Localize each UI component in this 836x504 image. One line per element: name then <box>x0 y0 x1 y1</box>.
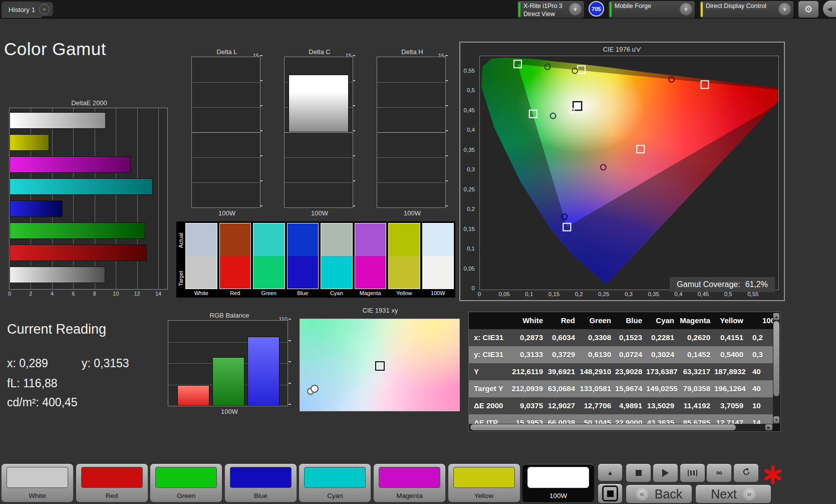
grid-line <box>285 132 353 133</box>
pattern-button-label: Blue <box>225 492 297 499</box>
stop-button[interactable] <box>626 463 651 482</box>
table-header-cell: Red <box>547 312 579 329</box>
grid-line <box>95 108 95 289</box>
grid-line <box>285 182 353 183</box>
table-header-cell: White <box>511 312 547 329</box>
table-cell: 63,0684 <box>547 380 579 397</box>
next-button-label: Next <box>711 487 736 501</box>
delta-bar <box>289 75 349 132</box>
scroll-up-icon[interactable]: ▲ <box>773 313 779 320</box>
pattern-button-cyan[interactable]: Cyan <box>299 463 371 502</box>
y-tick-label: 0,05 <box>464 266 475 272</box>
swatch-column-blue: Blue <box>287 223 319 298</box>
table-row: ΔE 20009,037512,902712,77064,989113,5029… <box>469 397 773 414</box>
y-tick-label: 0,4 <box>467 127 475 133</box>
meter-dropdown[interactable]: X-Rite i1Pro 3 Direct View ▼ <box>517 1 585 19</box>
y-tick-label: 0,55 <box>464 68 475 74</box>
swatch-label: Red <box>219 289 251 298</box>
actual-swatch <box>355 223 386 256</box>
settings-button[interactable]: ⚙ <box>798 1 819 18</box>
table-cell: 9,0375 <box>511 397 547 414</box>
table-cell: 23,9028 <box>615 363 646 380</box>
delta-l-x-label: 100W <box>191 209 262 217</box>
table-cell: 0,3024 <box>646 346 678 363</box>
x-tick-label: 0 <box>8 291 11 297</box>
pattern-swatch <box>379 467 440 488</box>
deltae-bar-magenta <box>10 156 131 173</box>
table-vertical-scrollbar[interactable]: ▲ ▼ <box>773 313 780 424</box>
next-button[interactable]: Next » <box>695 484 771 503</box>
table-cell: 0,2281 <box>646 329 678 346</box>
deltae2000-x-axis: 02468101214 <box>9 290 169 298</box>
table-cell: 15,9674 <box>615 380 646 397</box>
grid-line <box>52 108 53 289</box>
rgb-balance-title: RGB Balance <box>148 312 291 320</box>
pattern-button-yellow[interactable]: Yellow <box>448 463 520 502</box>
chevron-down-icon[interactable]: ▼ <box>569 3 582 16</box>
grid-line <box>158 108 159 289</box>
swatch-pair <box>355 223 387 289</box>
grid-line <box>73 108 74 289</box>
collapse-panel-button[interactable]: ◀ <box>823 1 836 17</box>
infinity-icon: ∞ <box>716 468 722 478</box>
pattern-button-red[interactable]: Red <box>76 463 148 502</box>
scroll-right-icon[interactable]: ▶ <box>765 424 772 430</box>
pattern-button-100w[interactable]: 100W <box>522 463 595 502</box>
play-icon <box>662 469 669 477</box>
deltae-bar-cyan <box>10 178 153 195</box>
table-cell: 79,0358 <box>678 380 714 397</box>
pattern-up-button[interactable]: ▲ <box>598 463 623 481</box>
y-tick-label: 0 <box>472 285 475 291</box>
display-control-dropdown[interactable]: Direct Display Control ▼ <box>699 1 794 19</box>
table-row: Target Y212,093963,0684133,058115,967414… <box>469 380 773 397</box>
scroll-down-icon[interactable]: ▼ <box>773 416 779 423</box>
pattern-button-white[interactable]: White <box>1 463 74 502</box>
pattern-button-blue[interactable]: Blue <box>224 463 297 502</box>
horizontal-scroll-thumb[interactable] <box>470 424 736 430</box>
pattern-button-label: White <box>2 492 73 499</box>
table-cell: 12,7147 <box>714 414 747 424</box>
pattern-window-button[interactable] <box>598 483 623 503</box>
pattern-swatch <box>81 467 143 488</box>
current-reading-y: y: 0,3153 <box>82 357 129 370</box>
table-cell: 10 <box>747 397 773 414</box>
rgb-balance-chart: RGB Balance 1101051009590 100W <box>148 312 291 415</box>
swatch-pair <box>321 223 353 289</box>
swatch-label: 100W <box>422 289 454 298</box>
cie1931-panel: CIE 1931 xy <box>300 307 461 413</box>
display-dropdown-label: Direct Display Control <box>703 1 769 18</box>
infinity-button[interactable]: ∞ <box>706 463 732 482</box>
x-tick-label: 0,25 <box>598 291 609 297</box>
add-tab-button[interactable]: + <box>35 2 53 16</box>
play-button[interactable] <box>653 463 678 482</box>
refresh-icon <box>742 467 751 478</box>
table-row-label: ΔE 2000 <box>469 397 511 414</box>
y-tick-label: 0,25 <box>464 186 475 192</box>
chevron-down-icon[interactable]: ▼ <box>680 3 692 16</box>
white-point-square-marker <box>375 361 385 371</box>
cie1976-plot <box>479 56 779 290</box>
chevron-left-icon: « <box>636 487 649 500</box>
refresh-button[interactable] <box>733 463 759 482</box>
table-cell: 0,2620 <box>678 329 714 346</box>
pattern-button-magenta[interactable]: Magenta <box>373 463 446 502</box>
chevron-down-icon[interactable]: ▼ <box>778 3 791 16</box>
table-cell: 50,1045 <box>579 414 615 424</box>
table-header-cell: Cyan <box>646 312 678 329</box>
table-horizontal-scrollbar[interactable]: ▶ <box>469 424 773 431</box>
deltae-bar-green <box>10 222 145 239</box>
deltae-bar-yellow <box>10 134 49 151</box>
back-button[interactable]: « Back <box>626 484 692 503</box>
vertical-scroll-thumb[interactable] <box>773 321 779 396</box>
deltae-bar-blue <box>10 200 63 217</box>
pause-button[interactable] <box>680 463 705 482</box>
pattern-button-label: Red <box>76 492 148 499</box>
y-tick-label: 0,35 <box>464 147 475 153</box>
pattern-button-green[interactable]: Green <box>150 463 222 502</box>
grid-line <box>377 132 445 133</box>
pattern-source-dropdown[interactable]: Mobile Forge ▼ <box>608 1 695 19</box>
meter-dropdown-label: X-Rite i1Pro 3 Direct View <box>520 1 566 18</box>
x-tick-label: 10 <box>113 291 119 297</box>
swatch-column-green: Green <box>253 223 285 298</box>
x-tick-label: 0,15 <box>548 291 560 297</box>
